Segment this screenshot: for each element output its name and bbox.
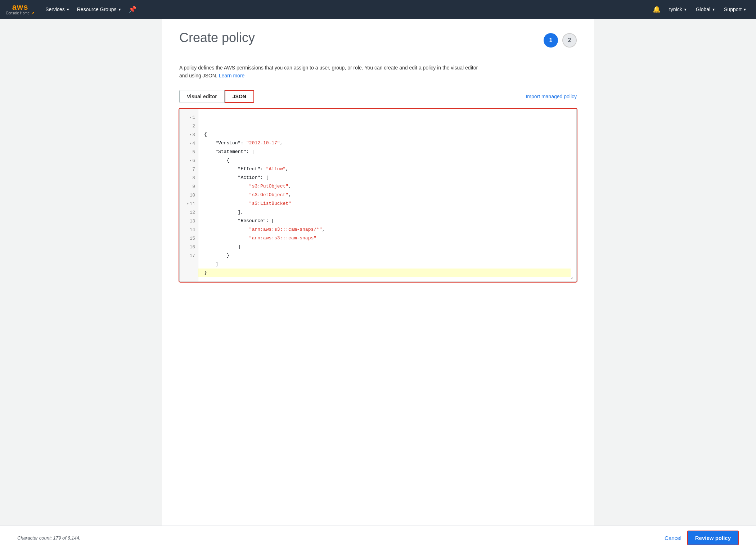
- aws-logo[interactable]: aws Console Home ↗: [6, 3, 35, 15]
- bell-icon: 🔔: [653, 6, 661, 13]
- cancel-button[interactable]: Cancel: [665, 535, 681, 541]
- import-managed-policy-link[interactable]: Import managed policy: [526, 94, 577, 99]
- line-number-9: 9: [183, 182, 195, 191]
- support-chevron-icon: ▼: [743, 8, 747, 12]
- code-line-16: ]: [204, 260, 571, 269]
- user-chevron-icon: ▼: [684, 8, 687, 12]
- description-text-2: and using JSON.: [179, 73, 217, 78]
- pin-button[interactable]: 📌: [125, 3, 140, 15]
- json-code-area[interactable]: { "Version": "2012-10-17", "Statement": …: [198, 109, 576, 281]
- resource-groups-label: Resource Groups: [77, 6, 117, 12]
- resize-handle-icon[interactable]: ⊿: [571, 276, 575, 280]
- line-number-5: 5: [183, 148, 195, 157]
- step-2-label: 2: [568, 37, 571, 44]
- smile-icon: ↗: [31, 11, 35, 15]
- code-line-7: "s3:PutObject",: [204, 182, 571, 191]
- nav-right-section: 🔔 tynick ▼ Global ▼ Support ▼: [649, 3, 750, 15]
- header-divider: [179, 55, 577, 55]
- code-line-13: "arn:aws:s3:::cam-snaps": [204, 234, 571, 243]
- code-line-8: "s3:GetObject",: [204, 191, 571, 199]
- step-1-label: 1: [549, 37, 553, 44]
- collapse-arrow-icon[interactable]: ▾: [190, 158, 192, 164]
- page-title: Create policy: [179, 30, 255, 45]
- line-number-17: 17: [183, 252, 195, 260]
- support-label: Support: [724, 6, 742, 12]
- code-line-5: "Effect": "Allow",: [204, 165, 571, 173]
- notifications-button[interactable]: 🔔: [649, 3, 664, 15]
- line-number-14: 14: [183, 226, 195, 234]
- top-navigation: aws Console Home ↗ Services ▼ Resource G…: [0, 0, 756, 19]
- code-line-17: }: [198, 269, 571, 277]
- description-text-1: A policy defines the AWS permissions tha…: [179, 65, 478, 71]
- line-number-4: ▾4: [183, 139, 195, 148]
- tabs-row: Visual editor JSON Import managed policy: [179, 90, 577, 103]
- pin-icon: 📌: [129, 6, 136, 13]
- json-editor-container[interactable]: ▾12▾3▾45▾678910▾11121314151617 { "Versio…: [179, 109, 577, 282]
- code-line-3: "Statement": [: [204, 148, 571, 156]
- line-number-6: ▾6: [183, 157, 195, 165]
- code-line-11: "Resource": [: [204, 217, 571, 225]
- services-menu-button[interactable]: Services ▼: [42, 4, 73, 14]
- line-number-13: 13: [183, 217, 195, 226]
- resource-groups-chevron-icon: ▼: [118, 8, 121, 12]
- code-line-10: ],: [204, 208, 571, 217]
- character-count: Character count: 179 of 6,144.: [17, 535, 81, 541]
- learn-more-link[interactable]: Learn more: [219, 73, 245, 78]
- code-line-4: {: [204, 156, 571, 165]
- bottom-actions: Cancel Review policy: [665, 531, 739, 545]
- resource-groups-menu-button[interactable]: Resource Groups ▼: [73, 4, 125, 14]
- line-number-10: 10: [183, 191, 195, 200]
- steps-indicator: 1 2: [544, 33, 577, 48]
- region-menu-button[interactable]: Global ▼: [692, 4, 719, 14]
- review-policy-button[interactable]: Review policy: [687, 531, 739, 545]
- user-menu-button[interactable]: tynick ▼: [666, 4, 691, 14]
- code-line-1: {: [204, 130, 571, 139]
- aws-logo-text: aws: [12, 3, 28, 11]
- page-description: A policy defines the AWS permissions tha…: [179, 64, 577, 80]
- page-header: Create policy 1 2: [179, 30, 577, 48]
- step-1-indicator: 1: [544, 33, 558, 48]
- collapse-arrow-icon[interactable]: ▾: [187, 201, 189, 207]
- code-line-14: ]: [204, 243, 571, 251]
- collapse-arrow-icon[interactable]: ▾: [190, 132, 192, 138]
- line-number-8: 8: [183, 174, 195, 182]
- console-home-text: Console Home ↗: [6, 11, 35, 15]
- bottom-action-bar: Character count: 179 of 6,144. Cancel Re…: [0, 526, 756, 550]
- editor-tabs: Visual editor JSON: [179, 90, 254, 103]
- step-2-indicator: 2: [562, 33, 577, 48]
- line-number-2: 2: [183, 122, 195, 131]
- line-number-7: 7: [183, 165, 195, 174]
- code-line-6: "Action": [: [204, 173, 571, 182]
- code-line-9: "s3:ListBucket": [204, 199, 571, 208]
- collapse-arrow-icon[interactable]: ▾: [190, 115, 192, 121]
- line-number-11: ▾11: [183, 200, 195, 208]
- support-menu-button[interactable]: Support ▼: [720, 4, 750, 14]
- tab-visual-editor[interactable]: Visual editor: [179, 90, 225, 103]
- code-line-2: "Version": "2012-10-17",: [204, 139, 571, 148]
- line-number-1: ▾1: [183, 113, 195, 122]
- username-label: tynick: [669, 6, 682, 12]
- code-line-15: }: [204, 251, 571, 260]
- region-chevron-icon: ▼: [712, 8, 715, 12]
- line-number-15: 15: [183, 234, 195, 243]
- line-number-3: ▾3: [183, 131, 195, 139]
- line-number-16: 16: [183, 243, 195, 252]
- main-content: Create policy 1 2 A policy defines the A…: [162, 19, 594, 550]
- line-numbers-gutter: ▾12▾3▾45▾678910▾11121314151617: [180, 109, 198, 281]
- region-label: Global: [696, 6, 710, 12]
- collapse-arrow-icon[interactable]: ▾: [190, 141, 192, 146]
- services-chevron-icon: ▼: [66, 8, 70, 12]
- line-number-12: 12: [183, 208, 195, 217]
- tab-json[interactable]: JSON: [225, 90, 254, 103]
- services-label: Services: [45, 6, 65, 12]
- code-line-12: "arn:aws:s3:::cam-snaps/*",: [204, 225, 571, 234]
